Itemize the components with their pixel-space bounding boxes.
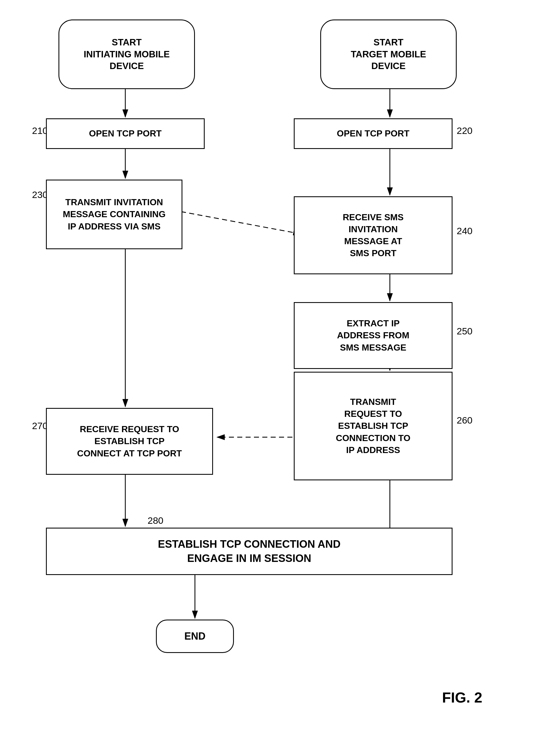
svg-line-9 xyxy=(181,212,301,234)
step-250-label: 250 xyxy=(457,326,472,337)
step-210-label: 210 xyxy=(32,125,48,136)
step-270-text: RECEIVE REQUEST TO ESTABLISH TCP CONNECT… xyxy=(77,423,182,459)
step-220-box: OPEN TCP PORT xyxy=(294,118,453,149)
step-240-label: 240 xyxy=(457,226,472,237)
step-220-text: OPEN TCP PORT xyxy=(337,128,409,139)
step-230-label: 230 xyxy=(32,189,48,200)
figure-label: FIG. 2 xyxy=(442,689,482,706)
start-initiating-label: START INITIATING MOBILE DEVICE xyxy=(83,36,170,73)
start-target-label: START TARGET MOBILE DEVICE xyxy=(351,36,426,73)
step-210-text: OPEN TCP PORT xyxy=(89,128,162,139)
step-210-box: OPEN TCP PORT xyxy=(46,118,205,149)
step-280-label: 280 xyxy=(148,515,163,526)
step-240-text: RECEIVE SMS INVITATION MESSAGE AT SMS PO… xyxy=(343,211,404,259)
step-270-label: 270 xyxy=(32,420,48,431)
step-250-text: EXTRACT IP ADDRESS FROM SMS MESSAGE xyxy=(337,317,409,353)
step-230-text: TRANSMIT INVITATION MESSAGE CONTAINING I… xyxy=(63,196,165,233)
step-260-text: TRANSMIT REQUEST TO ESTABLISH TCP CONNEC… xyxy=(336,396,410,456)
step-240-box: RECEIVE SMS INVITATION MESSAGE AT SMS PO… xyxy=(294,196,453,274)
step-230-box: TRANSMIT INVITATION MESSAGE CONTAINING I… xyxy=(46,180,183,249)
step-270-box: RECEIVE REQUEST TO ESTABLISH TCP CONNECT… xyxy=(46,408,213,475)
step-250-box: EXTRACT IP ADDRESS FROM SMS MESSAGE xyxy=(294,302,453,369)
step-260-box: TRANSMIT REQUEST TO ESTABLISH TCP CONNEC… xyxy=(294,372,453,480)
end-terminal: END xyxy=(156,620,234,653)
start-initiating-terminal: START INITIATING MOBILE DEVICE xyxy=(59,20,195,89)
step-280-box: ESTABLISH TCP CONNECTION AND ENGAGE IN I… xyxy=(46,528,453,575)
step-260-label: 260 xyxy=(457,415,472,426)
arrows-svg xyxy=(0,0,538,756)
end-label: END xyxy=(184,630,205,642)
start-target-terminal: START TARGET MOBILE DEVICE xyxy=(320,20,457,89)
diagram-container: START INITIATING MOBILE DEVICE 210 OPEN … xyxy=(0,0,538,756)
step-220-label: 220 xyxy=(457,125,472,136)
step-280-text: ESTABLISH TCP CONNECTION AND ENGAGE IN I… xyxy=(158,537,341,566)
